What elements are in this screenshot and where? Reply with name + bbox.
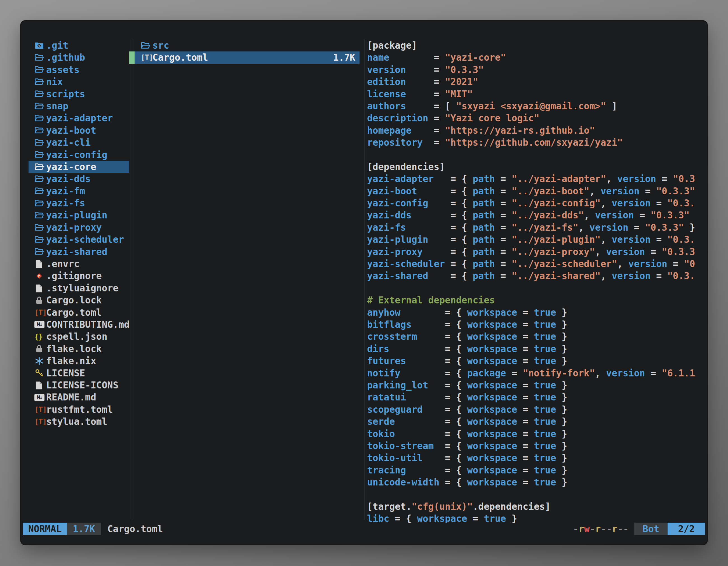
- preview-line: [dependencies]: [367, 161, 707, 173]
- list-item[interactable]: .git: [29, 39, 129, 51]
- list-item[interactable]: M↓README.md: [29, 391, 129, 403]
- preview-line: tokio-util = { workspace = true }: [367, 452, 707, 464]
- list-item[interactable]: yazi-core: [29, 161, 129, 173]
- file-name: yazi-dds: [46, 173, 91, 185]
- preview-line: notify = { package = "notify-fork", vers…: [367, 367, 707, 379]
- current-directory-pane[interactable]: src[T]Cargo.toml1.7K: [135, 39, 360, 64]
- list-item[interactable]: yazi-shared: [29, 246, 129, 258]
- preview-line: yazi-plugin = { path = "../yazi-plugin",…: [367, 234, 707, 246]
- file-name: .github: [46, 51, 85, 64]
- list-item[interactable]: [T]rustfmt.toml: [29, 403, 129, 415]
- list-item[interactable]: yazi-scheduler: [29, 234, 129, 246]
- preview-line: tokio-stream = { workspace = true }: [367, 440, 707, 452]
- cursor-counter-badge: 2/2: [668, 523, 705, 535]
- file-name: flake.nix: [46, 355, 96, 367]
- list-item[interactable]: .styluaignore: [29, 282, 129, 294]
- preview-line: description = "Yazi core logic": [367, 112, 707, 124]
- json-icon: {}: [34, 330, 46, 342]
- file-name: yazi-boot: [46, 125, 96, 137]
- list-item[interactable]: flake.lock: [29, 343, 129, 355]
- list-item[interactable]: yazi-plugin: [29, 209, 129, 221]
- file-name: snap: [46, 100, 68, 112]
- file-name: yazi-proxy: [46, 222, 102, 234]
- list-item[interactable]: LICENSE-ICONS: [29, 379, 129, 391]
- pane-separator-left: [132, 39, 132, 520]
- list-item[interactable]: yazi-boot: [29, 125, 129, 137]
- preview-line: tracing = { workspace = true }: [367, 464, 707, 476]
- folder-open-icon: [34, 150, 46, 159]
- toml-icon: [T]: [34, 403, 46, 415]
- file-name: Cargo.lock: [46, 294, 102, 306]
- list-item[interactable]: yazi-cli: [29, 137, 129, 149]
- preview-line: dirs = { workspace = true }: [367, 343, 707, 355]
- preview-line: yazi-boot = { path = "../yazi-boot", ver…: [367, 185, 707, 197]
- list-item[interactable]: flake.nix: [29, 355, 129, 367]
- list-item[interactable]: yazi-config: [29, 149, 129, 161]
- list-item[interactable]: [T]Cargo.toml1.7K: [135, 51, 360, 64]
- folder-open-icon: [34, 235, 46, 245]
- toml-icon: [T]: [34, 306, 46, 318]
- list-item[interactable]: M↓CONTRIBUTING.md: [29, 318, 129, 330]
- preview-line: yazi-fs = { path = "../yazi-fs", version…: [367, 222, 707, 234]
- file-name: assets: [46, 64, 79, 76]
- file-icon: [34, 259, 46, 269]
- list-item[interactable]: src: [135, 39, 360, 51]
- list-item[interactable]: scripts: [29, 88, 129, 100]
- parent-directory-pane[interactable]: .git.githubassetsnixscriptssnapyazi-adap…: [29, 39, 129, 428]
- preview-line: unicode-width = { workspace = true }: [367, 476, 707, 488]
- file-size-badge: 1.7K: [67, 523, 101, 535]
- preview-line: authors = [ "sxyazi <sxyazi@gmail.com>" …: [367, 100, 707, 112]
- preview-line: yazi-dds = { path = "../yazi-dds", versi…: [367, 209, 707, 221]
- file-name: Cargo.toml: [152, 51, 208, 64]
- preview-line: repository = "https://github.com/sxyazi/…: [367, 137, 707, 149]
- preview-line: ratatui = { workspace = true }: [367, 391, 707, 403]
- file-name: .envrc: [46, 258, 79, 270]
- file-name: src: [152, 39, 169, 51]
- list-item[interactable]: [T]stylua.toml: [29, 415, 129, 427]
- file-name: flake.lock: [46, 343, 102, 355]
- file-name: yazi-cli: [46, 137, 91, 149]
- folder-open-icon: [34, 186, 46, 196]
- preview-line: parking_lot = { workspace = true }: [367, 379, 707, 391]
- folder-open-icon: [34, 114, 46, 123]
- list-item[interactable]: yazi-adapter: [29, 112, 129, 124]
- markdown-icon: M↓: [34, 394, 46, 401]
- list-item[interactable]: Cargo.lock: [29, 294, 129, 306]
- preview-line: version = "0.3.3": [367, 64, 707, 76]
- list-item[interactable]: nix: [29, 76, 129, 88]
- file-name: .gitignore: [46, 270, 102, 282]
- pane-separator-right: [365, 39, 365, 520]
- file-name: yazi-fm: [46, 185, 85, 197]
- file-preview-pane[interactable]: [package]name = "yazi-core"version = "0.…: [367, 39, 707, 523]
- toml-icon: [T]: [141, 51, 152, 64]
- folder-open-icon: [34, 199, 46, 208]
- file-name: yazi-shared: [46, 246, 107, 258]
- list-item[interactable]: yazi-dds: [29, 173, 129, 185]
- list-item[interactable]: .envrc: [29, 258, 129, 270]
- list-item[interactable]: yazi-proxy: [29, 222, 129, 234]
- list-item[interactable]: LICENSE: [29, 367, 129, 379]
- toml-icon: [T]: [34, 415, 46, 427]
- list-item[interactable]: .github: [29, 51, 129, 64]
- list-item[interactable]: yazi-fm: [29, 185, 129, 197]
- list-item[interactable]: .gitignore: [29, 270, 129, 282]
- file-name: yazi-plugin: [46, 209, 107, 221]
- list-item[interactable]: snap: [29, 100, 129, 112]
- list-item[interactable]: yazi-fs: [29, 197, 129, 209]
- preview-line: bitflags = { workspace = true }: [367, 318, 707, 330]
- preview-line: [367, 488, 707, 500]
- file-name: cspell.json: [46, 330, 107, 342]
- preview-line: libc = { workspace = true }: [367, 513, 707, 523]
- preview-line: # External dependencies: [367, 294, 707, 306]
- file-icon: [34, 380, 46, 390]
- preview-line: tokio = { workspace = true }: [367, 428, 707, 440]
- git-folder-icon: [34, 41, 46, 50]
- list-item[interactable]: [T]Cargo.toml: [29, 306, 129, 318]
- file-name: yazi-adapter: [46, 112, 113, 124]
- folder-open-icon: [34, 53, 46, 62]
- list-item[interactable]: assets: [29, 64, 129, 76]
- preview-line: edition = "2021": [367, 76, 707, 88]
- file-name: yazi-scheduler: [46, 234, 124, 246]
- file-name: LICENSE-ICONS: [46, 379, 118, 391]
- list-item[interactable]: {}cspell.json: [29, 330, 129, 342]
